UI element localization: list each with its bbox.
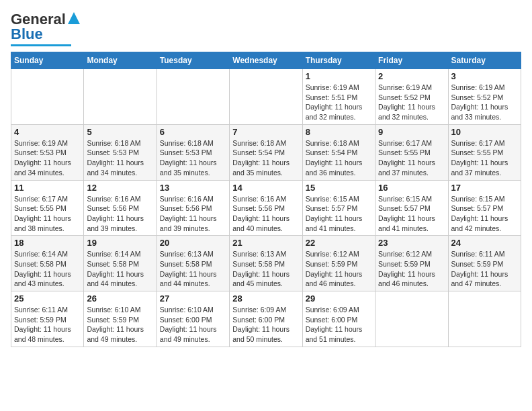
day-info: Sunrise: 6:15 AM Sunset: 5:57 PM Dayligh… bbox=[378, 194, 445, 234]
weekday-header-cell: Monday bbox=[84, 52, 157, 69]
day-number: 20 bbox=[160, 238, 226, 248]
calendar-day-cell: 7Sunrise: 6:18 AM Sunset: 5:54 PM Daylig… bbox=[230, 124, 302, 180]
calendar-day-cell: 3Sunrise: 6:19 AM Sunset: 5:52 PM Daylig… bbox=[448, 69, 521, 125]
day-info: Sunrise: 6:18 AM Sunset: 5:54 PM Dayligh… bbox=[232, 138, 299, 178]
day-info: Sunrise: 6:19 AM Sunset: 5:52 PM Dayligh… bbox=[378, 83, 445, 122]
day-number: 25 bbox=[14, 293, 81, 304]
calendar-day-cell: 15Sunrise: 6:15 AM Sunset: 5:57 PM Dayli… bbox=[302, 180, 375, 236]
day-info: Sunrise: 6:15 AM Sunset: 5:57 PM Dayligh… bbox=[451, 194, 518, 234]
day-number: 18 bbox=[14, 238, 81, 248]
calendar-day-cell: 4Sunrise: 6:19 AM Sunset: 5:53 PM Daylig… bbox=[11, 124, 84, 180]
day-number: 6 bbox=[160, 127, 226, 137]
calendar-day-cell: 17Sunrise: 6:15 AM Sunset: 5:57 PM Dayli… bbox=[448, 180, 521, 236]
calendar-day-cell: 6Sunrise: 6:18 AM Sunset: 5:53 PM Daylig… bbox=[157, 124, 229, 180]
weekday-header-row: SundayMondayTuesdayWednesdayThursdayFrid… bbox=[11, 52, 521, 69]
weekday-header-cell: Sunday bbox=[11, 52, 84, 69]
day-number: 8 bbox=[306, 127, 372, 137]
calendar-table: SundayMondayTuesdayWednesdayThursdayFrid… bbox=[11, 52, 521, 347]
calendar-day-cell bbox=[375, 291, 448, 347]
day-number: 11 bbox=[14, 183, 81, 193]
day-info: Sunrise: 6:09 AM Sunset: 6:00 PM Dayligh… bbox=[232, 305, 299, 345]
day-number: 15 bbox=[306, 183, 372, 193]
day-number: 24 bbox=[451, 238, 518, 248]
calendar-day-cell: 19Sunrise: 6:14 AM Sunset: 5:58 PM Dayli… bbox=[84, 236, 157, 291]
day-number: 27 bbox=[160, 293, 226, 304]
day-number: 7 bbox=[232, 127, 299, 137]
day-info: Sunrise: 6:17 AM Sunset: 5:55 PM Dayligh… bbox=[451, 138, 518, 178]
calendar-day-cell bbox=[11, 69, 84, 125]
logo: General Blue bbox=[11, 11, 81, 46]
calendar-day-cell: 28Sunrise: 6:09 AM Sunset: 6:00 PM Dayli… bbox=[230, 291, 302, 347]
logo-underline bbox=[11, 44, 71, 46]
day-info: Sunrise: 6:19 AM Sunset: 5:52 PM Dayligh… bbox=[451, 83, 518, 122]
day-info: Sunrise: 6:16 AM Sunset: 5:56 PM Dayligh… bbox=[160, 194, 226, 234]
day-number: 16 bbox=[378, 183, 445, 193]
svg-marker-0 bbox=[68, 12, 80, 24]
day-number: 29 bbox=[306, 293, 372, 304]
day-number: 10 bbox=[451, 127, 518, 137]
calendar-body: 1Sunrise: 6:19 AM Sunset: 5:51 PM Daylig… bbox=[11, 69, 521, 347]
day-info: Sunrise: 6:16 AM Sunset: 5:56 PM Dayligh… bbox=[87, 194, 153, 234]
day-number: 21 bbox=[232, 238, 299, 248]
day-number: 22 bbox=[306, 238, 372, 248]
day-number: 5 bbox=[87, 127, 153, 137]
day-info: Sunrise: 6:13 AM Sunset: 5:58 PM Dayligh… bbox=[160, 249, 226, 289]
day-info: Sunrise: 6:18 AM Sunset: 5:54 PM Dayligh… bbox=[306, 138, 372, 178]
logo-arrow-icon bbox=[66, 11, 81, 28]
calendar-day-cell: 20Sunrise: 6:13 AM Sunset: 5:58 PM Dayli… bbox=[157, 236, 229, 291]
calendar-day-cell: 8Sunrise: 6:18 AM Sunset: 5:54 PM Daylig… bbox=[302, 124, 375, 180]
calendar-day-cell bbox=[157, 69, 229, 125]
day-info: Sunrise: 6:12 AM Sunset: 5:59 PM Dayligh… bbox=[378, 249, 445, 289]
calendar-day-cell: 18Sunrise: 6:14 AM Sunset: 5:58 PM Dayli… bbox=[11, 236, 84, 291]
day-info: Sunrise: 6:18 AM Sunset: 5:53 PM Dayligh… bbox=[87, 138, 153, 178]
calendar-day-cell: 26Sunrise: 6:10 AM Sunset: 5:59 PM Dayli… bbox=[84, 291, 157, 347]
calendar-day-cell: 11Sunrise: 6:17 AM Sunset: 5:55 PM Dayli… bbox=[11, 180, 84, 236]
day-info: Sunrise: 6:16 AM Sunset: 5:56 PM Dayligh… bbox=[232, 194, 299, 234]
day-number: 26 bbox=[87, 293, 153, 304]
day-info: Sunrise: 6:14 AM Sunset: 5:58 PM Dayligh… bbox=[14, 249, 81, 289]
calendar-week-row: 11Sunrise: 6:17 AM Sunset: 5:55 PM Dayli… bbox=[11, 180, 521, 236]
day-info: Sunrise: 6:19 AM Sunset: 5:51 PM Dayligh… bbox=[306, 83, 372, 122]
day-info: Sunrise: 6:18 AM Sunset: 5:53 PM Dayligh… bbox=[160, 138, 226, 178]
calendar-week-row: 4Sunrise: 6:19 AM Sunset: 5:53 PM Daylig… bbox=[11, 124, 521, 180]
calendar-day-cell: 14Sunrise: 6:16 AM Sunset: 5:56 PM Dayli… bbox=[230, 180, 302, 236]
day-info: Sunrise: 6:12 AM Sunset: 5:59 PM Dayligh… bbox=[306, 249, 372, 289]
calendar-day-cell: 10Sunrise: 6:17 AM Sunset: 5:55 PM Dayli… bbox=[448, 124, 521, 180]
calendar-day-cell: 22Sunrise: 6:12 AM Sunset: 5:59 PM Dayli… bbox=[302, 236, 375, 291]
calendar-day-cell: 9Sunrise: 6:17 AM Sunset: 5:55 PM Daylig… bbox=[375, 124, 448, 180]
calendar-day-cell: 29Sunrise: 6:09 AM Sunset: 6:00 PM Dayli… bbox=[302, 291, 375, 347]
calendar-week-row: 25Sunrise: 6:11 AM Sunset: 5:59 PM Dayli… bbox=[11, 291, 521, 347]
day-number: 1 bbox=[306, 71, 372, 81]
day-number: 14 bbox=[232, 183, 299, 193]
day-number: 23 bbox=[378, 238, 445, 248]
weekday-header-cell: Wednesday bbox=[230, 52, 302, 69]
day-info: Sunrise: 6:11 AM Sunset: 5:59 PM Dayligh… bbox=[451, 249, 518, 289]
calendar-day-cell bbox=[230, 69, 302, 125]
day-number: 17 bbox=[451, 183, 518, 193]
calendar-week-row: 18Sunrise: 6:14 AM Sunset: 5:58 PM Dayli… bbox=[11, 236, 521, 291]
day-number: 12 bbox=[87, 183, 153, 193]
calendar-day-cell: 23Sunrise: 6:12 AM Sunset: 5:59 PM Dayli… bbox=[375, 236, 448, 291]
calendar-day-cell: 2Sunrise: 6:19 AM Sunset: 5:52 PM Daylig… bbox=[375, 69, 448, 125]
page-header: General Blue bbox=[11, 11, 521, 46]
day-number: 28 bbox=[232, 293, 299, 304]
logo-blue: Blue bbox=[11, 26, 43, 42]
weekday-header-cell: Thursday bbox=[302, 52, 375, 69]
day-info: Sunrise: 6:15 AM Sunset: 5:57 PM Dayligh… bbox=[306, 194, 372, 234]
day-info: Sunrise: 6:13 AM Sunset: 5:58 PM Dayligh… bbox=[232, 249, 299, 289]
calendar-day-cell: 27Sunrise: 6:10 AM Sunset: 6:00 PM Dayli… bbox=[157, 291, 229, 347]
day-info: Sunrise: 6:14 AM Sunset: 5:58 PM Dayligh… bbox=[87, 249, 153, 289]
calendar-day-cell: 1Sunrise: 6:19 AM Sunset: 5:51 PM Daylig… bbox=[302, 69, 375, 125]
weekday-header-cell: Saturday bbox=[448, 52, 521, 69]
calendar-day-cell: 24Sunrise: 6:11 AM Sunset: 5:59 PM Dayli… bbox=[448, 236, 521, 291]
calendar-day-cell: 16Sunrise: 6:15 AM Sunset: 5:57 PM Dayli… bbox=[375, 180, 448, 236]
weekday-header-cell: Tuesday bbox=[157, 52, 229, 69]
calendar-day-cell bbox=[448, 291, 521, 347]
day-number: 3 bbox=[451, 71, 518, 81]
calendar-day-cell: 5Sunrise: 6:18 AM Sunset: 5:53 PM Daylig… bbox=[84, 124, 157, 180]
calendar-day-cell: 25Sunrise: 6:11 AM Sunset: 5:59 PM Dayli… bbox=[11, 291, 84, 347]
day-info: Sunrise: 6:09 AM Sunset: 6:00 PM Dayligh… bbox=[306, 305, 372, 345]
weekday-header-cell: Friday bbox=[375, 52, 448, 69]
day-number: 4 bbox=[14, 127, 81, 137]
calendar-day-cell: 13Sunrise: 6:16 AM Sunset: 5:56 PM Dayli… bbox=[157, 180, 229, 236]
